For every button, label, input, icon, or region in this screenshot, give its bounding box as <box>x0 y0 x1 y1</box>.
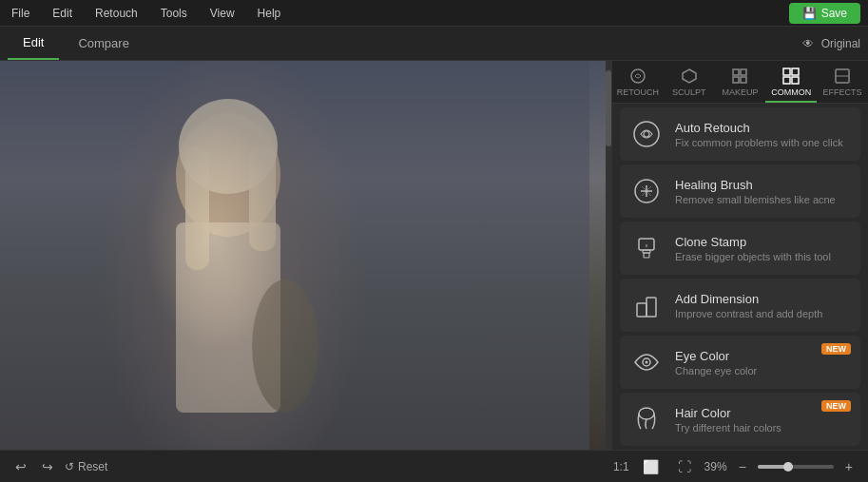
svg-rect-17 <box>783 77 790 84</box>
svg-point-9 <box>631 69 645 83</box>
tool-auto-retouch[interactable]: Auto Retouch Fix common problems with on… <box>620 107 860 161</box>
tab-common-label: COMMON <box>771 87 811 97</box>
save-button[interactable]: 💾 Save <box>789 3 860 24</box>
zoom-out-button[interactable]: − <box>735 457 750 476</box>
reset-icon: ↺ <box>65 460 74 473</box>
tab-edit[interactable]: Edit <box>8 27 59 60</box>
common-icon <box>781 67 800 86</box>
menu-retouch[interactable]: Retouch <box>91 5 142 22</box>
sculpt-icon <box>680 67 699 86</box>
svg-rect-28 <box>644 253 649 258</box>
scrollbar-thumb <box>606 70 611 146</box>
zoom-bar-thumb <box>783 462 793 472</box>
image-area <box>0 61 611 450</box>
undo-button[interactable]: ↩ <box>11 457 30 476</box>
add-dimension-text: Add Dimension Improve contrast and add d… <box>675 292 851 319</box>
tab-retouch[interactable]: RETOUCH <box>612 61 664 103</box>
healing-brush-name: Healing Brush <box>675 178 851 192</box>
svg-marker-10 <box>683 69 696 83</box>
svg-point-34 <box>639 408 654 419</box>
healing-brush-icon <box>629 174 664 208</box>
svg-rect-16 <box>792 68 799 75</box>
retouch-icon <box>628 67 647 86</box>
tool-hair-color[interactable]: Hair Color Try different hair colors NEW <box>620 393 860 446</box>
hair-color-desc: Try different hair colors <box>675 422 851 434</box>
svg-point-22 <box>644 131 649 137</box>
panel-content: Auto Retouch Fix common problems with on… <box>612 104 868 450</box>
bottom-bar: ↩ ↪ ↺ Reset 1:1 ⬜ ⛶ 39% − + <box>0 450 868 482</box>
auto-retouch-desc: Fix common problems with one click <box>675 137 851 148</box>
photo-overlay <box>0 61 589 450</box>
eye-color-badge: NEW <box>821 343 851 355</box>
tab-retouch-label: RETOUCH <box>617 87 659 97</box>
svg-rect-11 <box>733 69 739 75</box>
tool-add-dimension[interactable]: Add Dimension Improve contrast and add d… <box>620 279 860 332</box>
tab-effects-label: EFFECTS <box>823 87 862 97</box>
svg-rect-6 <box>185 146 209 270</box>
tab-sculpt[interactable]: SCULPT <box>664 61 715 103</box>
svg-rect-30 <box>637 303 646 317</box>
tab-makeup-label: MAKEUP <box>722 87 758 97</box>
svg-point-33 <box>646 361 648 364</box>
image-scrollbar[interactable] <box>606 61 611 450</box>
healing-brush-text: Healing Brush Remove small blemishes lik… <box>675 178 851 205</box>
tab-makeup[interactable]: MAKEUP <box>715 61 766 103</box>
menu-bar: File Edit Retouch Tools View Help 💾 Save <box>0 0 868 27</box>
eye-color-desc: Change eye color <box>675 365 851 376</box>
auto-retouch-icon <box>629 117 664 151</box>
auto-retouch-text: Auto Retouch Fix common problems with on… <box>675 121 851 148</box>
menu-view[interactable]: View <box>206 5 239 22</box>
image-canvas[interactable] <box>0 61 611 450</box>
crop-button[interactable]: ⬜ <box>637 457 665 476</box>
zoom-ratio: 1:1 <box>613 460 629 473</box>
clone-stamp-name: Clone Stamp <box>675 235 851 249</box>
menu-help[interactable]: Help <box>254 5 285 22</box>
clone-stamp-desc: Erase bigger objects with this tool <box>675 251 851 262</box>
reset-button[interactable]: ↺ Reset <box>65 460 107 473</box>
tool-healing-brush[interactable]: Healing Brush Remove small blemishes lik… <box>620 164 860 218</box>
menu-file[interactable]: File <box>8 5 33 22</box>
menu-edit[interactable]: Edit <box>48 5 76 22</box>
tab-sculpt-label: SCULPT <box>672 87 706 97</box>
fullscreen-button[interactable]: ⛶ <box>672 457 697 476</box>
tab-common[interactable]: COMMON <box>765 61 817 103</box>
svg-rect-7 <box>249 146 276 251</box>
eye-icon: 👁 <box>802 37 814 50</box>
add-dimension-icon <box>629 288 664 322</box>
tab-effects[interactable]: EFFECTS <box>817 61 868 103</box>
makeup-icon <box>730 67 749 86</box>
clone-stamp-icon <box>629 231 664 265</box>
add-dimension-desc: Improve contrast and add depth <box>675 308 851 319</box>
svg-point-21 <box>634 122 659 146</box>
add-dimension-name: Add Dimension <box>675 292 851 306</box>
hair-color-badge: NEW <box>821 400 851 412</box>
svg-rect-15 <box>783 68 790 75</box>
svg-rect-31 <box>646 298 656 317</box>
tool-clone-stamp[interactable]: Clone Stamp Erase bigger objects with th… <box>620 222 860 275</box>
eye-color-icon <box>629 345 664 379</box>
tab-bar-right: 👁 Original <box>148 27 860 60</box>
tool-eye-color[interactable]: Eye Color Change eye color NEW <box>620 336 860 389</box>
svg-point-8 <box>252 280 318 413</box>
hair-color-icon <box>629 402 664 436</box>
save-icon: 💾 <box>802 7 817 20</box>
zoom-percent: 39% <box>704 460 727 473</box>
auto-retouch-name: Auto Retouch <box>675 121 851 135</box>
redo-button[interactable]: ↪ <box>38 457 57 476</box>
tab-bar: Edit Compare 👁 Original <box>0 27 868 61</box>
svg-rect-1 <box>0 61 190 450</box>
svg-rect-14 <box>741 77 746 83</box>
original-label: Original <box>821 37 860 50</box>
svg-rect-12 <box>741 69 746 75</box>
right-panel: RETOUCH SCULPT <box>611 61 868 450</box>
clone-stamp-text: Clone Stamp Erase bigger objects with th… <box>675 235 851 262</box>
zoom-in-button[interactable]: + <box>841 457 857 476</box>
healing-brush-desc: Remove small blemishes like acne <box>675 194 851 205</box>
tab-compare[interactable]: Compare <box>63 27 144 60</box>
main-area: RETOUCH SCULPT <box>0 61 868 450</box>
panel-tabs: RETOUCH SCULPT <box>612 61 868 104</box>
zoom-slider[interactable] <box>758 465 834 469</box>
menu-tools[interactable]: Tools <box>157 5 191 22</box>
svg-rect-13 <box>733 77 739 83</box>
svg-rect-18 <box>792 77 799 84</box>
